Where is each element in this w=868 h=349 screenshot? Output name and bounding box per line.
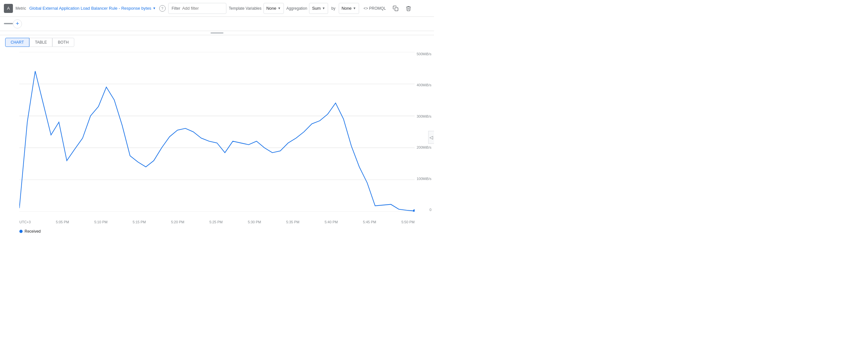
chart-end-dot — [413, 209, 414, 212]
metric-value-text: Global External Application Load Balance… — [29, 6, 151, 11]
y-label-400: 400MiB/s — [416, 83, 431, 87]
template-variables-caret-icon: ▼ — [278, 6, 281, 10]
template-variables-label: Template Variables — [229, 6, 261, 11]
y-label-300: 300MiB/s — [416, 114, 431, 118]
filter-section: Filter — [168, 3, 226, 14]
by-value: None — [342, 6, 352, 11]
chart-panel: CHART TABLE BOTH 500MiB/s 400MiB/s 300Mi… — [0, 35, 434, 236]
chart-svg-container — [20, 52, 414, 212]
template-variables-section: Template Variables None ▼ — [229, 3, 284, 14]
collapse-panel-button[interactable]: ◁ — [428, 131, 434, 144]
chart-line — [20, 71, 414, 211]
y-label-0: 0 — [430, 208, 431, 212]
x-label-540: 5:40 PM — [324, 220, 338, 224]
chart-legend: Received — [0, 228, 434, 236]
y-label-100: 100MiB/s — [416, 177, 431, 181]
aggregation-label: Aggregation — [286, 6, 307, 11]
metric-label: Metric — [16, 6, 26, 11]
x-axis: UTC+3 5:05 PM 5:10 PM 5:15 PM 5:20 PM 5:… — [20, 220, 414, 224]
x-label-545: 5:45 PM — [363, 220, 376, 224]
chart-svg — [20, 52, 414, 212]
aggregation-value: Sum — [312, 6, 321, 11]
filter-input[interactable] — [182, 6, 221, 11]
copy-button[interactable] — [391, 3, 401, 13]
delete-button[interactable] — [403, 3, 414, 13]
drag-handle — [4, 23, 13, 24]
collapse-icon: ◁ — [430, 135, 433, 140]
x-label-525: 5:25 PM — [210, 220, 223, 224]
x-label-530: 5:30 PM — [248, 220, 261, 224]
by-select[interactable]: None ▼ — [339, 3, 359, 14]
tab-chart[interactable]: CHART — [5, 38, 29, 47]
x-label-510: 5:10 PM — [94, 220, 107, 224]
x-label-utc: UTC+3 — [20, 220, 31, 224]
y-label-200: 200MiB/s — [416, 145, 431, 149]
legend-label-received: Received — [25, 229, 41, 234]
resize-handle — [0, 31, 434, 35]
aggregation-select[interactable]: Sum ▼ — [309, 3, 328, 14]
legend-dot-received — [20, 230, 23, 233]
x-label-505: 5:05 PM — [56, 220, 69, 224]
add-query-button[interactable]: + — [13, 20, 22, 28]
y-label-500: 500MiB/s — [416, 52, 431, 56]
metric-selector[interactable]: Global External Application Load Balance… — [29, 6, 156, 11]
x-label-550: 5:50 PM — [401, 220, 414, 224]
aggregation-section: Aggregation Sum ▼ by None ▼ — [286, 3, 359, 14]
metric-chevron-icon: ▼ — [153, 6, 156, 10]
template-variables-value: None — [267, 6, 276, 11]
x-label-520: 5:20 PM — [171, 220, 184, 224]
by-caret-icon: ▼ — [353, 6, 356, 10]
by-label: by — [331, 6, 336, 11]
promql-button[interactable]: <> PROMQL — [362, 5, 388, 12]
template-variables-select[interactable]: None ▼ — [264, 3, 284, 14]
chart-area: 500MiB/s 400MiB/s 300MiB/s 200MiB/s 100M… — [0, 47, 434, 228]
help-icon[interactable]: ? — [159, 5, 166, 11]
filter-label: Filter — [172, 6, 181, 11]
aggregation-caret-icon: ▼ — [322, 6, 325, 10]
query-avatar[interactable]: A — [4, 4, 13, 13]
view-tabs: CHART TABLE BOTH — [0, 35, 434, 47]
tab-both[interactable]: BOTH — [52, 38, 74, 47]
tab-table[interactable]: TABLE — [29, 38, 52, 47]
add-row: + — [0, 17, 434, 31]
svg-rect-0 — [395, 7, 398, 11]
x-label-535: 5:35 PM — [286, 220, 299, 224]
toolbar: A Metric Global External Application Loa… — [0, 0, 434, 17]
x-label-515: 5:15 PM — [133, 220, 146, 224]
